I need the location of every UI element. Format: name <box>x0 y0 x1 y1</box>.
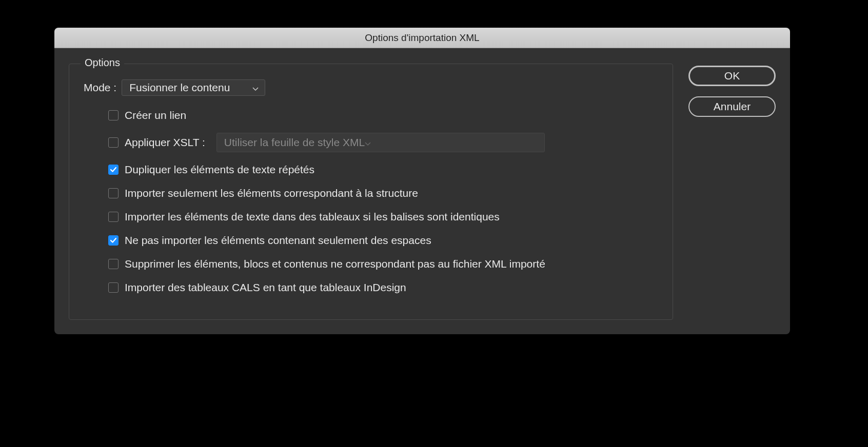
option-label: Importer seulement les éléments correspo… <box>125 187 418 199</box>
option-label: Dupliquer les éléments de texte répétés <box>125 164 314 176</box>
option-duplicate-repeated: Dupliquer les éléments de texte répétés <box>84 164 658 176</box>
option-import-into-tables: Importer les éléments de texte dans des … <box>84 211 658 223</box>
ok-button[interactable]: OK <box>688 66 776 86</box>
cancel-button[interactable]: Annuler <box>688 96 776 117</box>
option-apply-xslt: Appliquer XSLT : Utiliser la feuille de … <box>84 133 658 152</box>
option-import-cals-tables: Importer des tableaux CALS en tant que t… <box>84 281 658 294</box>
mode-select-value: Fusionner le contenu <box>129 82 230 94</box>
dialog-titlebar: Options d'importation XML <box>54 28 790 48</box>
xslt-select: Utiliser la feuille de style XML <box>216 133 545 152</box>
checkbox-duplicate-repeated[interactable] <box>108 165 119 175</box>
option-label: Créer un lien <box>125 109 186 121</box>
xml-import-dialog: Options d'importation XML Options Mode :… <box>54 28 790 334</box>
checkbox-create-link[interactable] <box>108 110 119 120</box>
option-label: Importer des tableaux CALS en tant que t… <box>125 281 406 294</box>
button-label: Annuler <box>714 100 751 113</box>
checkbox-import-matching-structure[interactable] <box>108 188 119 198</box>
option-import-matching-structure: Importer seulement les éléments correspo… <box>84 187 658 199</box>
dialog-title: Options d'importation XML <box>365 32 479 44</box>
option-label: Appliquer XSLT : <box>125 136 205 149</box>
dialog-body: Options Mode : Fusionner le contenu Crée… <box>54 48 790 334</box>
option-label: Importer les éléments de texte dans des … <box>125 211 500 223</box>
checkbox-import-into-tables[interactable] <box>108 212 119 222</box>
mode-select[interactable]: Fusionner le contenu <box>122 79 265 96</box>
mode-label: Mode : <box>84 82 116 94</box>
button-column: OK Annuler <box>688 64 776 320</box>
chevron-down-icon <box>252 82 259 94</box>
mode-row: Mode : Fusionner le contenu <box>84 79 658 96</box>
option-label: Ne pas importer les éléments contenant s… <box>125 234 431 247</box>
options-panel: Options Mode : Fusionner le contenu Crée… <box>69 64 673 320</box>
button-label: OK <box>724 70 740 82</box>
option-create-link: Créer un lien <box>84 109 658 121</box>
option-label: Supprimer les éléments, blocs et contenu… <box>125 258 545 270</box>
panel-legend: Options <box>81 57 124 69</box>
option-delete-unmatched: Supprimer les éléments, blocs et contenu… <box>84 258 658 270</box>
checkbox-no-whitespace-only[interactable] <box>108 235 119 246</box>
chevron-down-icon <box>365 136 371 149</box>
checkbox-apply-xslt[interactable] <box>108 137 119 148</box>
option-no-whitespace-only: Ne pas importer les éléments contenant s… <box>84 234 658 247</box>
checkbox-import-cals-tables[interactable] <box>108 282 119 293</box>
xslt-select-value: Utiliser la feuille de style XML <box>224 136 365 149</box>
checkbox-delete-unmatched[interactable] <box>108 259 119 269</box>
